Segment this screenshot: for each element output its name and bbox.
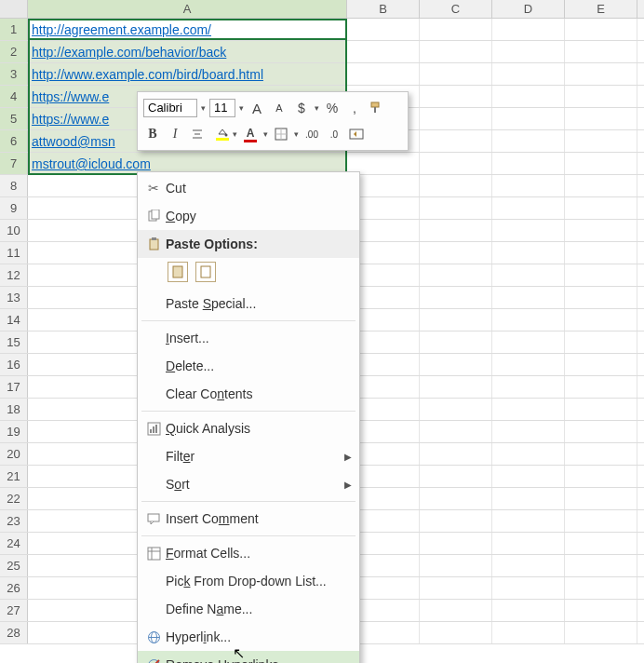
cell-C8[interactable]	[420, 175, 492, 196]
cell-E6[interactable]	[565, 130, 637, 152]
row-header[interactable]: 5	[0, 108, 28, 129]
cell-E8[interactable]	[565, 175, 637, 196]
row-header[interactable]: 9	[0, 197, 28, 219]
cell-C21[interactable]	[420, 466, 492, 487]
cell-C26[interactable]	[420, 577, 492, 599]
merge-cells-icon[interactable]	[347, 125, 366, 143]
row-header[interactable]: 3	[0, 63, 28, 85]
ctx-insert[interactable]: Insert...	[138, 324, 359, 352]
paste-option-default[interactable]	[168, 262, 188, 282]
row-header[interactable]: 24	[0, 533, 28, 554]
cell-D16[interactable]	[492, 354, 565, 375]
row-header[interactable]: 25	[0, 555, 28, 576]
row-header[interactable]: 23	[0, 510, 28, 532]
cell-D1[interactable]	[492, 19, 565, 40]
cell-E5[interactable]	[565, 108, 637, 129]
cell-C17[interactable]	[420, 376, 492, 398]
cell-A3[interactable]: http://www.example.com/bird/board.html	[28, 63, 347, 85]
cell-B3[interactable]	[347, 63, 420, 85]
ctx-copy[interactable]: Copy	[138, 202, 359, 230]
cell-E10[interactable]	[565, 220, 637, 241]
cell-C7[interactable]	[420, 153, 492, 174]
col-header-D[interactable]: D	[492, 0, 565, 18]
row-header[interactable]: 14	[0, 309, 28, 331]
cell-C23[interactable]	[420, 510, 492, 532]
select-all-corner[interactable]	[0, 0, 28, 18]
ctx-pick-from-list[interactable]: Pick From Drop-down List...	[138, 567, 359, 595]
cell-E22[interactable]	[565, 488, 637, 509]
cell-E2[interactable]	[565, 41, 637, 62]
cell-C25[interactable]	[420, 555, 492, 576]
cell-D8[interactable]	[492, 175, 565, 196]
col-header-E[interactable]: E	[565, 0, 637, 18]
ctx-define-name[interactable]: Define Name...	[138, 595, 359, 623]
row-header[interactable]: 19	[0, 421, 28, 442]
row-header[interactable]: 28	[0, 622, 28, 643]
cell-D20[interactable]	[492, 443, 565, 465]
align-center-icon[interactable]	[188, 125, 207, 143]
row-header[interactable]: 21	[0, 466, 28, 487]
cell-D23[interactable]	[492, 510, 565, 532]
font-color-dropdown-icon[interactable]: ▾	[263, 129, 268, 139]
cell-E28[interactable]	[565, 622, 637, 643]
cell-E13[interactable]	[565, 287, 637, 308]
cell-D2[interactable]	[492, 41, 565, 62]
row-header[interactable]: 15	[0, 332, 28, 353]
cell-E26[interactable]	[565, 577, 637, 599]
cell-D27[interactable]	[492, 600, 565, 621]
ctx-paste-special[interactable]: Paste Special...	[138, 290, 359, 318]
cell-C10[interactable]	[420, 220, 492, 241]
cell-D5[interactable]	[492, 108, 565, 129]
cell-D25[interactable]	[492, 555, 565, 576]
ctx-sort[interactable]: Sort ▶	[138, 470, 359, 498]
cell-D17[interactable]	[492, 376, 565, 398]
borders-dropdown-icon[interactable]: ▾	[294, 129, 299, 139]
cell-E19[interactable]	[565, 421, 637, 442]
cell-D24[interactable]	[492, 533, 565, 554]
cell-D21[interactable]	[492, 466, 565, 487]
percent-button[interactable]: %	[323, 99, 342, 117]
ctx-cut[interactable]: ✂ Cut	[138, 174, 359, 202]
ctx-remove-hyperlinks[interactable]: Remove Hyperlinks	[138, 651, 359, 663]
ctx-insert-comment[interactable]: Insert Comment	[138, 505, 359, 533]
ctx-filter[interactable]: Filter ▶	[138, 442, 359, 470]
cell-D9[interactable]	[492, 197, 565, 219]
cell-C3[interactable]	[420, 63, 492, 85]
row-header[interactable]: 16	[0, 354, 28, 375]
cell-C11[interactable]	[420, 242, 492, 264]
paste-option-values[interactable]	[195, 262, 216, 282]
row-header[interactable]: 18	[0, 399, 28, 420]
cell-C19[interactable]	[420, 421, 492, 442]
cell-D18[interactable]	[492, 399, 565, 420]
cell-B2[interactable]	[347, 41, 420, 62]
row-header[interactable]: 1	[0, 19, 28, 40]
cell-E4[interactable]	[565, 86, 637, 107]
ctx-quick-analysis[interactable]: Quick Analysis	[138, 414, 359, 442]
row-header[interactable]: 20	[0, 443, 28, 465]
font-name-dropdown-icon[interactable]: ▾	[201, 103, 206, 113]
col-header-C[interactable]: C	[420, 0, 492, 18]
cell-C16[interactable]	[420, 354, 492, 375]
cell-D14[interactable]	[492, 309, 565, 331]
cell-D13[interactable]	[492, 287, 565, 308]
format-painter-icon[interactable]	[368, 99, 386, 117]
cell-D10[interactable]	[492, 220, 565, 241]
cell-A1[interactable]: http://agreement.example.com/	[28, 19, 347, 40]
cell-C1[interactable]	[420, 19, 492, 40]
cell-D3[interactable]	[492, 63, 565, 85]
currency-dropdown-icon[interactable]: ▾	[315, 103, 319, 113]
cell-E11[interactable]	[565, 242, 637, 264]
grow-font-button[interactable]: A	[248, 99, 266, 117]
row-header[interactable]: 10	[0, 220, 28, 241]
italic-button[interactable]: I	[166, 125, 184, 143]
cell-C27[interactable]	[420, 600, 492, 621]
cell-C6[interactable]	[420, 130, 492, 152]
increase-decimal-icon[interactable]: .00	[302, 125, 321, 143]
cell-C14[interactable]	[420, 309, 492, 331]
font-size-dropdown-icon[interactable]: ▾	[239, 103, 244, 113]
row-header[interactable]: 7	[0, 153, 28, 174]
cell-E27[interactable]	[565, 600, 637, 621]
col-header-A[interactable]: A	[28, 0, 347, 18]
cell-E3[interactable]	[565, 63, 637, 85]
cell-C13[interactable]	[420, 287, 492, 308]
